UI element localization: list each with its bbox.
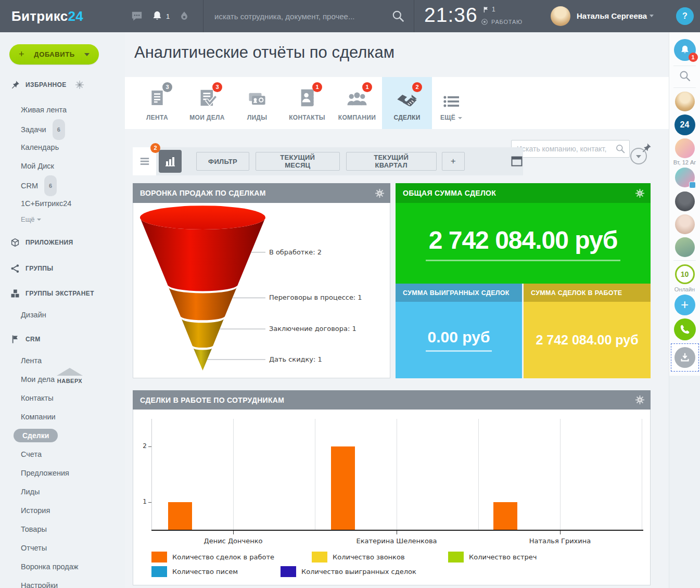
list-view-toggle[interactable]: 2 bbox=[133, 147, 156, 175]
global-search-input[interactable] bbox=[214, 7, 386, 25]
sidebar-item-sales-funnel[interactable]: Воронка продаж bbox=[0, 557, 125, 576]
sidebar-item-products[interactable]: Товары bbox=[0, 520, 125, 539]
tab-leads[interactable]: ЛИДЫ bbox=[232, 77, 282, 129]
user-name[interactable]: Наталья Сергеева bbox=[577, 0, 647, 32]
sidebar-item-design[interactable]: Дизайн bbox=[0, 305, 125, 324]
sidebar-item-1c-bitrix24[interactable]: 1С+Битрикс24 bbox=[0, 194, 125, 213]
chevron-down-icon bbox=[458, 117, 462, 119]
extranet-list: Дизайн bbox=[0, 305, 125, 324]
entity-search-icon[interactable] bbox=[615, 144, 626, 154]
global-search-icon[interactable] bbox=[391, 9, 405, 23]
notifications-count: 1 bbox=[166, 12, 170, 20]
tab-contacts[interactable]: 1 КОНТАКТЫ bbox=[282, 77, 332, 129]
rail-call-button[interactable] bbox=[674, 318, 696, 340]
tab-my-activities[interactable]: 3 МОИ ДЕЛА bbox=[182, 77, 232, 129]
tab-feed[interactable]: 3 ЛЕНТА bbox=[132, 77, 182, 129]
sidebar-item-contacts[interactable]: Контакты bbox=[0, 389, 125, 407]
tab-more[interactable]: ЕЩЁ bbox=[432, 77, 470, 129]
rail-online-counter[interactable]: 10 bbox=[675, 264, 695, 284]
sidebar-item-settings[interactable]: Настройки bbox=[0, 576, 125, 588]
flag-icon bbox=[482, 6, 489, 13]
sidebar-item-reports[interactable]: Отчеты bbox=[0, 539, 125, 557]
calendar-view-icon[interactable] bbox=[511, 156, 523, 167]
sidebar-item-companies[interactable]: Компании bbox=[0, 407, 125, 426]
bitrix24-app: Битрикс24 1 21:36 1 РАБОТАЮ Наталья Серг… bbox=[0, 0, 700, 588]
extranet-section-header[interactable]: ГРУППЫ ЭКСТРАНЕТ bbox=[10, 289, 94, 298]
add-button[interactable]: + ДОБАВИТЬ bbox=[9, 44, 99, 65]
add-filter-button[interactable]: + bbox=[442, 152, 465, 171]
rail-contact-avatar[interactable] bbox=[675, 191, 695, 211]
won-deals-sum-value[interactable]: 0.00 руб bbox=[426, 328, 492, 352]
sidebar-item-history[interactable]: История bbox=[0, 501, 125, 520]
plus-icon: + bbox=[674, 295, 695, 315]
collapse-widgets-button[interactable] bbox=[630, 148, 647, 164]
rail-contact-avatar[interactable] bbox=[675, 214, 695, 234]
sidebar-item-invoices[interactable]: Счета bbox=[0, 445, 125, 464]
work-status-label: РАБОТАЮ bbox=[491, 19, 523, 25]
sidebar-item-calendar[interactable]: Календарь bbox=[0, 138, 125, 157]
y-tick-mark bbox=[148, 502, 151, 503]
total-deals-sum-value[interactable]: 2 742 084.00 руб bbox=[426, 226, 621, 261]
download-highlight-box bbox=[671, 343, 699, 372]
sidebar-item-live-feed[interactable]: Живая лента bbox=[0, 100, 125, 119]
sidebar-item-feed[interactable]: Лента bbox=[0, 351, 125, 370]
total-deals-sum-widget: ОБЩАЯ СУММА СДЕЛОК 2 742 084.00 руб bbox=[396, 183, 651, 284]
drive-drop-icon[interactable] bbox=[179, 10, 190, 22]
rail-search-button[interactable] bbox=[679, 70, 691, 82]
chart-view-toggle[interactable] bbox=[159, 150, 182, 173]
groups-section-header[interactable]: ГРУППЫ bbox=[10, 264, 54, 273]
record-status-icon bbox=[481, 18, 488, 25]
widget-gear-icon[interactable] bbox=[635, 395, 644, 404]
rail-notifications-button[interactable]: 1 bbox=[674, 39, 696, 61]
sidebar-item-my-disk[interactable]: Мой Диск bbox=[0, 157, 125, 175]
worktime-flag[interactable]: 1 bbox=[482, 6, 495, 13]
favorites-more-link[interactable]: Ещё bbox=[21, 215, 41, 223]
rail-24-badge[interactable]: 24 bbox=[674, 114, 695, 135]
tab-deals-active[interactable]: 2 СДЕЛКИ bbox=[382, 77, 432, 129]
rail-contact-avatar[interactable] bbox=[675, 237, 695, 257]
funnel-label-1: В обработке: 2 bbox=[269, 248, 322, 256]
apps-section-header[interactable]: ПРИЛОЖЕНИЯ bbox=[10, 238, 73, 247]
list-icon bbox=[443, 95, 459, 108]
lead-cards-icon bbox=[247, 90, 267, 108]
user-avatar[interactable] bbox=[551, 6, 570, 26]
legend-swatch bbox=[312, 552, 327, 563]
current-quarter-button[interactable]: ТЕКУЩИЙ КВАРТАЛ bbox=[346, 152, 437, 171]
apps-cube-icon bbox=[10, 238, 20, 247]
avatar bbox=[675, 237, 695, 257]
sidebar-item-deals-active[interactable]: Сделки bbox=[0, 426, 125, 445]
tab-companies[interactable]: 1 КОМПАНИИ bbox=[332, 77, 382, 129]
rail-contact-avatar[interactable] bbox=[675, 168, 695, 187]
funnel-label-2: Переговоры в процессе: 1 bbox=[269, 293, 362, 301]
sidebar-item-crm[interactable]: CRM6 bbox=[0, 175, 125, 194]
rail-invite-button[interactable]: + bbox=[674, 295, 695, 315]
crm-section-header[interactable]: CRM bbox=[10, 335, 41, 344]
messages-icon[interactable] bbox=[131, 10, 143, 22]
favorites-gear-icon[interactable] bbox=[75, 81, 84, 89]
widget-gear-icon[interactable] bbox=[375, 189, 384, 198]
rail-bell-badge: 1 bbox=[689, 53, 698, 62]
sidebar-item-quotes[interactable]: Предложения bbox=[0, 464, 125, 482]
share-icon bbox=[10, 264, 20, 273]
app-logo[interactable]: Битрикс24 bbox=[11, 0, 83, 32]
work-status[interactable]: РАБОТАЮ bbox=[481, 18, 523, 25]
inwork-widget-title: СУММА СДЕЛОК В РАБОТЕ bbox=[531, 289, 622, 297]
legend-item: Количество встреч bbox=[448, 552, 537, 563]
sidebar-item-tasks[interactable]: Задачи6 bbox=[0, 119, 125, 138]
help-button[interactable]: ? bbox=[676, 7, 694, 25]
gridline bbox=[478, 419, 479, 530]
rail-download-app-button[interactable] bbox=[671, 343, 699, 372]
user-menu-caret-icon[interactable] bbox=[650, 15, 654, 17]
worktime-clock[interactable]: 21:36 bbox=[424, 4, 478, 27]
notifications-bell-icon[interactable] bbox=[151, 10, 163, 22]
back-to-top-button[interactable]: НАВЕРХ bbox=[50, 368, 90, 384]
filter-button[interactable]: ФИЛЬТР bbox=[196, 152, 249, 171]
inwork-deals-sum-value[interactable]: 2 742 084.00 руб bbox=[536, 333, 638, 348]
rail-contact-avatar[interactable] bbox=[675, 92, 695, 111]
rail-contact-avatar[interactable] bbox=[675, 138, 695, 158]
current-month-button[interactable]: ТЕКУЩИЙ МЕСЯЦ bbox=[256, 152, 340, 171]
legend-item: Количество сделок в работе bbox=[151, 552, 274, 563]
widget-gear-icon[interactable] bbox=[635, 189, 644, 198]
entity-search-input[interactable] bbox=[511, 140, 630, 158]
sidebar-item-leads[interactable]: Лиды bbox=[0, 482, 125, 501]
